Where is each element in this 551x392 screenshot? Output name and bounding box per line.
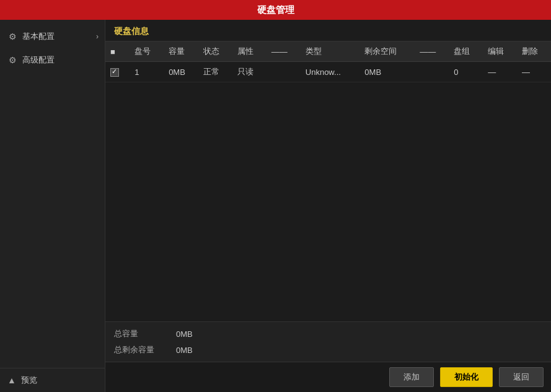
sidebar-label-advanced-config: 高级配置 bbox=[22, 54, 55, 66]
cell-delete: — bbox=[517, 62, 551, 82]
title-text: 硬盘管理 bbox=[257, 4, 294, 16]
col-capacity: 容量 bbox=[164, 41, 198, 62]
col-group: 盘组 bbox=[449, 41, 483, 62]
arrow-icon-basic: › bbox=[96, 32, 99, 41]
cell-sep2 bbox=[415, 62, 449, 82]
total-capacity-value: 0MB bbox=[176, 329, 193, 339]
col-remaining: 剩余空间 bbox=[359, 41, 415, 62]
button-bar: 添加 初始化 返回 bbox=[105, 362, 551, 392]
col-type: 类型 bbox=[301, 41, 360, 62]
col-edit: 编辑 bbox=[483, 41, 517, 62]
initialize-button[interactable]: 初始化 bbox=[440, 367, 493, 387]
total-capacity-label: 总容量 bbox=[114, 328, 176, 339]
footer-totals: 总容量 0MB 总剩余容量 0MB bbox=[105, 321, 551, 362]
content-area: 硬盘信息 ■ 盘号 容量 状态 属性 —— 类型 剩余空间 —— 盘组 bbox=[105, 20, 551, 392]
cell-sep1 bbox=[267, 62, 301, 82]
col-delete: 删除 bbox=[517, 41, 551, 62]
cell-type: Unknow... bbox=[301, 62, 360, 82]
add-button[interactable]: 添加 bbox=[389, 367, 434, 387]
cell-remaining: 0MB bbox=[359, 62, 415, 82]
cell-capacity: 0MB bbox=[164, 62, 198, 82]
sidebar-label-basic-config: 基本配置 bbox=[22, 31, 55, 42]
main-layout: ⚙ 基本配置 › ⚙ 高级配置 ▲ 预览 硬盘信息 ■ 盘号 bbox=[0, 20, 551, 392]
col-checkbox: ■ bbox=[105, 41, 130, 62]
table-header-row: ■ 盘号 容量 状态 属性 —— 类型 剩余空间 —— 盘组 编辑 删除 bbox=[105, 41, 551, 62]
row-checkbox[interactable] bbox=[110, 68, 119, 77]
title-bar: 硬盘管理 bbox=[0, 0, 551, 20]
disk-table: ■ 盘号 容量 状态 属性 —— 类型 剩余空间 —— 盘组 编辑 删除 bbox=[105, 41, 551, 82]
preview-icon: ▲ bbox=[7, 375, 16, 385]
cell-attr: 只读 bbox=[232, 62, 267, 82]
col-sep2: —— bbox=[415, 41, 449, 62]
disk-table-wrapper: ■ 盘号 容量 状态 属性 —— 类型 剩余空间 —— 盘组 编辑 删除 bbox=[105, 41, 551, 321]
col-diskno: 盘号 bbox=[130, 41, 164, 62]
gear-icon-advanced: ⚙ bbox=[7, 55, 17, 65]
total-remaining-value: 0MB bbox=[176, 346, 193, 355]
preview-label: 预览 bbox=[21, 375, 37, 386]
total-remaining-row: 总剩余容量 0MB bbox=[114, 342, 542, 358]
table-row: 10MB正常只读Unknow...0MB0—— bbox=[105, 62, 551, 82]
sidebar-preview[interactable]: ▲ 预览 bbox=[0, 368, 105, 392]
sidebar-item-advanced-config[interactable]: ⚙ 高级配置 bbox=[0, 48, 105, 72]
cell-diskno: 1 bbox=[130, 62, 164, 82]
col-sep1: —— bbox=[267, 41, 301, 62]
cell-status: 正常 bbox=[198, 62, 232, 82]
col-status: 状态 bbox=[198, 41, 232, 62]
cell-edit: — bbox=[483, 62, 517, 82]
cell-checkbox bbox=[105, 62, 130, 82]
sidebar: ⚙ 基本配置 › ⚙ 高级配置 ▲ 预览 bbox=[0, 20, 105, 392]
sidebar-item-basic-config[interactable]: ⚙ 基本配置 › bbox=[0, 25, 105, 48]
back-button[interactable]: 返回 bbox=[499, 367, 544, 387]
gear-icon-basic: ⚙ bbox=[7, 32, 17, 41]
cell-group: 0 bbox=[449, 62, 483, 82]
total-capacity-row: 总容量 0MB bbox=[114, 326, 542, 342]
total-remaining-label: 总剩余容量 bbox=[114, 344, 176, 355]
section-title: 硬盘信息 bbox=[105, 20, 551, 41]
col-attr: 属性 bbox=[232, 41, 267, 62]
